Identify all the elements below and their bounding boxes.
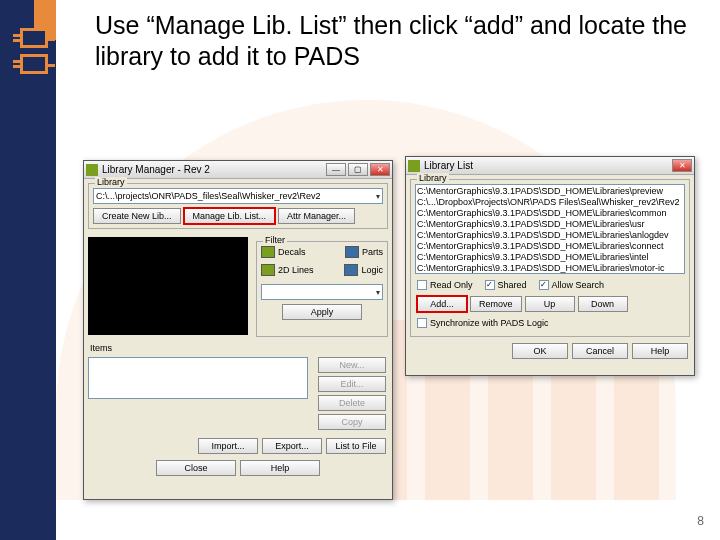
library-list-window: Library List ✕ Library C:\MentorGraphics…: [405, 156, 695, 376]
parts-icon: [345, 246, 359, 258]
page-number: 8: [697, 514, 704, 528]
items-label: Items: [90, 343, 386, 353]
window-title: Library List: [424, 160, 473, 171]
list-item[interactable]: C:\MentorGraphics\9.3.1PADS\SDD_HOME\Lib…: [417, 241, 683, 252]
attr-manager-button[interactable]: Attr Manager...: [278, 208, 355, 224]
group-label: Library: [95, 177, 127, 187]
items-listbox[interactable]: [88, 357, 308, 399]
titlebar[interactable]: Library Manager - Rev 2 — ▢ ✕: [84, 161, 392, 179]
filter-parts[interactable]: Parts: [362, 247, 383, 257]
library-paths-listbox[interactable]: C:\MentorGraphics\9.3.1PADS\SDD_HOME\Lib…: [415, 184, 685, 274]
shared-checkbox[interactable]: ✓Shared: [485, 280, 527, 290]
chip-icon: [20, 54, 48, 74]
filter-2dlines[interactable]: 2D Lines: [278, 265, 314, 275]
filter-logic[interactable]: Logic: [361, 265, 383, 275]
remove-button[interactable]: Remove: [470, 296, 522, 312]
help-button[interactable]: Help: [240, 460, 320, 476]
minimize-button[interactable]: —: [326, 163, 346, 176]
list-to-file-button[interactable]: List to File: [326, 438, 386, 454]
manage-lib-list-button[interactable]: Manage Lib. List...: [184, 208, 276, 224]
close-button[interactable]: ✕: [370, 163, 390, 176]
lines-icon: [261, 264, 275, 276]
list-item[interactable]: C:\MentorGraphics\9.3.1PADS\SDD_HOME\Lib…: [417, 219, 683, 230]
logic-icon: [344, 264, 358, 276]
list-item[interactable]: C:\...\Dropbox\Projects\ONR\PADS Files\S…: [417, 197, 683, 208]
delete-button[interactable]: Delete: [318, 395, 386, 411]
maximize-button[interactable]: ▢: [348, 163, 368, 176]
titlebar[interactable]: Library List ✕: [406, 157, 694, 175]
slide-title: Use “Manage Lib. List” then click “add” …: [95, 10, 700, 73]
readonly-checkbox[interactable]: Read Only: [417, 280, 473, 290]
edit-button[interactable]: Edit...: [318, 376, 386, 392]
library-group: Library C:\...\projects\ONR\PADS_files\S…: [88, 183, 388, 229]
copy-button[interactable]: Copy: [318, 414, 386, 430]
list-item[interactable]: C:\MentorGraphics\9.3.1PADS\SDD_HOME\Lib…: [417, 252, 683, 263]
import-button[interactable]: Import...: [198, 438, 258, 454]
down-button[interactable]: Down: [578, 296, 628, 312]
sidebar-bg: [0, 0, 56, 540]
library-group: Library C:\MentorGraphics\9.3.1PADS\SDD_…: [410, 179, 690, 337]
list-item[interactable]: C:\MentorGraphics\9.3.1PADS\SDD_HOME\Lib…: [417, 208, 683, 219]
library-manager-window: Library Manager - Rev 2 — ▢ ✕ Library C:…: [83, 160, 393, 500]
export-button[interactable]: Export...: [262, 438, 322, 454]
filter-group: Filter DecalsParts 2D LinesLogic Apply: [256, 241, 388, 337]
library-path-combo[interactable]: C:\...\projects\ONR\PADS_files\Seal\Whis…: [93, 188, 383, 204]
group-label: Filter: [263, 235, 287, 245]
up-button[interactable]: Up: [525, 296, 575, 312]
close-dialog-button[interactable]: Close: [156, 460, 236, 476]
list-item[interactable]: C:\MentorGraphics\9.3.1PADS\SDD_HOME\Lib…: [417, 186, 683, 197]
allow-search-checkbox[interactable]: ✓Allow Search: [539, 280, 605, 290]
preview-area: [88, 237, 248, 335]
cancel-button[interactable]: Cancel: [572, 343, 628, 359]
close-button[interactable]: ✕: [672, 159, 692, 172]
app-icon: [408, 160, 420, 172]
group-label: Library: [417, 173, 449, 183]
app-icon: [86, 164, 98, 176]
ok-button[interactable]: OK: [512, 343, 568, 359]
chip-icon: [20, 28, 48, 48]
apply-button[interactable]: Apply: [282, 304, 362, 320]
create-new-lib-button[interactable]: Create New Lib...: [93, 208, 181, 224]
new-button[interactable]: New...: [318, 357, 386, 373]
window-title: Library Manager - Rev 2: [102, 164, 210, 175]
list-item[interactable]: C:\MentorGraphics\9.3.1PADS\SDD_HOME\Lib…: [417, 230, 683, 241]
decals-icon: [261, 246, 275, 258]
list-item[interactable]: C:\MentorGraphics\9.3.1PADS\SDD_HOME\Lib…: [417, 263, 683, 274]
help-button[interactable]: Help: [632, 343, 688, 359]
filter-combo[interactable]: [261, 284, 383, 300]
sync-checkbox[interactable]: Synchronize with PADS Logic: [417, 318, 548, 328]
add-button[interactable]: Add...: [417, 296, 467, 312]
filter-decals[interactable]: Decals: [278, 247, 306, 257]
